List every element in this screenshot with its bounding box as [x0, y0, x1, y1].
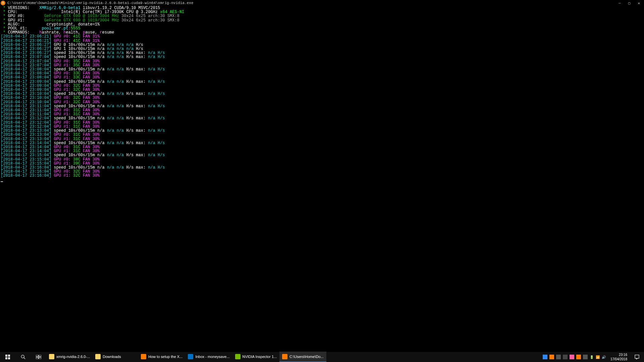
tray-icon[interactable] [583, 355, 588, 359]
svg-rect-7 [39, 355, 41, 357]
window-titlebar: X C:\Users\Home\Downloads\Mining\xmrig-n… [0, 0, 644, 6]
wifi-icon[interactable]: 📶 [596, 355, 600, 359]
taskbar-app[interactable]: How to setup the X... [138, 352, 185, 362]
app-icon: X [1, 1, 5, 5]
svg-line-5 [24, 358, 25, 359]
outlook-icon [188, 354, 193, 359]
svg-rect-8 [36, 357, 38, 359]
tray-icon[interactable] [543, 355, 547, 359]
svg-rect-6 [36, 355, 38, 357]
minimize-button[interactable]: — [619, 1, 621, 5]
svg-rect-1 [8, 355, 10, 357]
action-center-button[interactable] [630, 352, 644, 362]
clock[interactable]: 23:16 17/04/2018 [608, 353, 630, 361]
taskbar-app-label: xmrig-nvidia-2.6.0-... [56, 355, 90, 359]
taskbar-app[interactable]: NVIDIA Inspector 1... [232, 352, 280, 362]
system-tray[interactable]: 🔋 📶 🔊 [541, 355, 608, 359]
svg-rect-0 [5, 355, 7, 357]
svg-rect-10 [635, 355, 639, 358]
taskbar-app-label: C:\Users\Home\Do... [289, 355, 323, 359]
taskbar-app-label: Inbox - moneysave... [195, 355, 229, 359]
xmrig-icon [282, 354, 287, 359]
taskbar-app-label: Downloads [103, 355, 121, 359]
tray-icon[interactable] [549, 355, 554, 359]
taskbar-app-label: How to setup the X... [148, 355, 182, 359]
clock-date: 17/04/2018 [610, 357, 627, 361]
start-button[interactable] [0, 352, 15, 362]
taskbar-app[interactable]: C:\Users\Home\Do... [279, 352, 326, 362]
nvidia-icon [235, 354, 240, 359]
battery-icon[interactable]: 🔋 [590, 355, 594, 359]
folder-icon [95, 354, 101, 359]
search-button[interactable] [15, 352, 31, 362]
tray-icon[interactable] [570, 355, 574, 359]
task-view-button[interactable] [31, 352, 46, 362]
window-title: C:\Users\Home\Downloads\Mining\xmrig-nvi… [7, 1, 619, 5]
svg-rect-9 [39, 357, 41, 359]
close-button[interactable]: ✕ [638, 1, 640, 5]
console-output: * VERSIONS: XMRig/2.6.0-beta1 libuv/1.19… [0, 6, 644, 182]
svg-rect-3 [8, 357, 10, 359]
svg-rect-2 [5, 357, 7, 359]
taskbar-app[interactable]: xmrig-nvidia-2.6.0-... [46, 352, 93, 362]
maximize-button[interactable]: ▢ [628, 1, 631, 5]
taskbar-app[interactable]: Inbox - moneysave... [185, 352, 232, 362]
taskbar: xmrig-nvidia-2.6.0-...DownloadsHow to se… [0, 352, 644, 362]
tray-icon[interactable] [556, 355, 561, 359]
volume-icon[interactable]: 🔊 [602, 355, 606, 359]
clock-time: 23:16 [610, 353, 627, 357]
firefox-icon [141, 354, 146, 359]
tray-icon[interactable] [576, 355, 581, 359]
taskbar-app-label: NVIDIA Inspector 1... [243, 355, 277, 359]
taskbar-app[interactable]: Downloads [93, 352, 138, 362]
tray-icon[interactable] [563, 355, 568, 359]
folder-icon [49, 354, 54, 359]
